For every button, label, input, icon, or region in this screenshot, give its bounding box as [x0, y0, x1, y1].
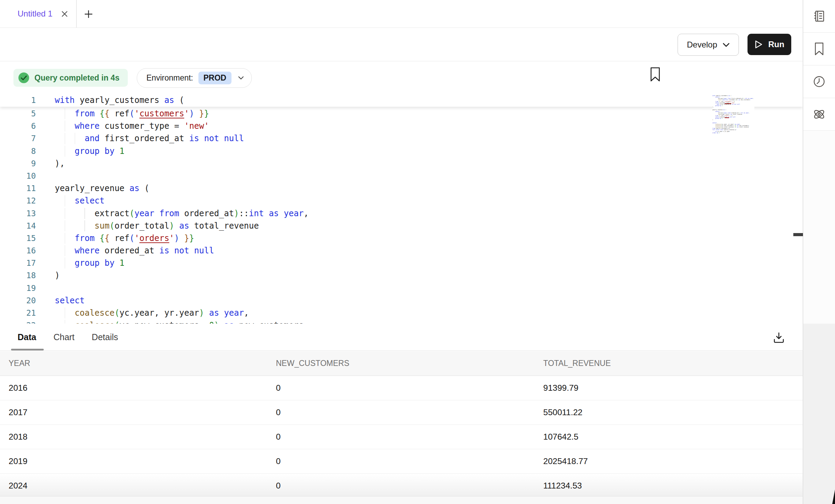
table-cell: 2025418.77: [535, 456, 803, 466]
table-cell: 0: [267, 456, 535, 466]
table-cell: 0: [267, 383, 535, 393]
code-line: 12 select: [0, 195, 803, 207]
table-cell: 2019: [0, 456, 267, 466]
editor-lines: 5 from {{ ref('customers') }}6 where cus…: [0, 107, 803, 324]
environment-selector[interactable]: Environment: PROD: [137, 68, 252, 88]
minimap[interactable]: with yearly_customers as ( select extrac…: [712, 95, 754, 134]
environment-label: Environment:: [146, 73, 193, 83]
file-tab-untitled-1[interactable]: Untitled 1: [0, 0, 76, 28]
column-header: NEW_CUSTOMERS: [267, 359, 535, 368]
check-circle-icon: [18, 72, 30, 84]
minimap-content: with yearly_customers as ( select extrac…: [712, 95, 754, 134]
code-line: 5 from {{ ref('customers') }}: [0, 107, 803, 120]
code-editor[interactable]: 1 with yearly_customers as ( 5 from {{ r…: [0, 94, 803, 324]
results-panel: DataChartDetails YEARNEW_CUSTOMERSTOTAL_…: [0, 324, 803, 504]
column-header: TOTAL_REVENUE: [535, 359, 803, 368]
code-line: 9),: [0, 157, 803, 170]
table-cell: 91399.79: [535, 383, 803, 393]
table-body: 2016091399.7920170550011.2220180107642.5…: [0, 376, 803, 498]
tab-details[interactable]: Details: [92, 332, 118, 342]
play-icon: [754, 40, 763, 49]
tab-data[interactable]: Data: [18, 332, 36, 342]
sidebar-spacer: [803, 131, 835, 324]
tab-divider: [76, 0, 77, 28]
table-cell: 2016: [0, 383, 267, 393]
active-tab-underline: [11, 349, 44, 350]
right-sidebar: [803, 0, 835, 504]
tab-bar: Untitled 1: [0, 0, 803, 28]
code-line: 6 where customer_type = 'new': [0, 120, 803, 132]
file-tab-label: Untitled 1: [18, 9, 52, 19]
table-cell: 0: [267, 481, 535, 491]
plus-icon[interactable]: [83, 8, 94, 20]
code-line: 19: [0, 282, 803, 294]
history-icon[interactable]: [803, 65, 835, 98]
bookmark-icon[interactable]: [649, 66, 663, 83]
code-line: 10: [0, 170, 803, 182]
code-line: 20select: [0, 294, 803, 307]
code-line: 17 group by 1: [0, 257, 803, 269]
panel-tabs: DataChartDetails: [0, 324, 803, 351]
sticky-line-number: 1: [0, 94, 36, 106]
sidebar-lower: [803, 324, 835, 504]
notebook-icon[interactable]: [803, 0, 835, 33]
code-line: 8 group by 1: [0, 145, 803, 157]
close-icon[interactable]: [60, 9, 69, 18]
run-button[interactable]: Run: [748, 34, 791, 55]
table-cell: 2018: [0, 432, 267, 442]
chevron-down-icon: [238, 76, 244, 80]
sql-ide-window: Untitled 1 Develop Run Query completed: [0, 0, 835, 504]
code-line: 16 where ordered_at is not null: [0, 244, 803, 257]
table-cell: 0: [267, 408, 535, 417]
table-cell: 2024: [0, 481, 267, 491]
table-header-row: YEARNEW_CUSTOMERSTOTAL_REVENUE: [0, 351, 803, 376]
toolbar: Develop Run: [0, 28, 803, 61]
table-cell: 0: [267, 432, 535, 442]
sticky-line-code: with yearly_customers as (: [55, 94, 184, 106]
tab-chart[interactable]: Chart: [53, 332, 74, 342]
code-line: 21 coalesce(yc.year, yr.year) as year,: [0, 307, 803, 319]
develop-button-label: Develop: [687, 40, 717, 50]
bookmark-icon[interactable]: [803, 33, 835, 65]
table-cell: 111234.53: [535, 481, 803, 491]
table-cell: 2017: [0, 408, 267, 417]
table-horizontal-scrollbar[interactable]: [0, 496, 803, 504]
sticky-scroll-line[interactable]: 1 with yearly_customers as (: [0, 94, 803, 107]
table-row: 20170550011.22: [0, 400, 803, 425]
code-line: 14 sum(order_total) as total_revenue: [0, 220, 803, 232]
table-cell: 550011.22: [535, 408, 803, 417]
code-line: 11yearly_revenue as (: [0, 182, 803, 195]
table-row: 20240111234.53: [0, 474, 803, 498]
explore-icon[interactable]: [803, 98, 835, 131]
table-row: 20180107642.5: [0, 425, 803, 449]
code-line: 22 coalesce(yc.new_customers, 0) as new_…: [0, 319, 803, 324]
column-header: YEAR: [0, 359, 267, 368]
environment-value-badge: PROD: [198, 72, 231, 84]
chevron-down-icon: [723, 43, 730, 47]
code-line: 13 extract(year from ordered_at)::int as…: [0, 207, 803, 220]
run-button-label: Run: [768, 40, 784, 49]
query-status-badge: Query completed in 4s: [13, 69, 128, 87]
query-status-text: Query completed in 4s: [34, 73, 120, 83]
table-row: 201902025418.77: [0, 449, 803, 474]
editor-scrollbar-thumb[interactable]: [793, 233, 803, 236]
code-line: 7 and first_ordered_at is not null: [0, 132, 803, 145]
code-line: 18): [0, 269, 803, 282]
code-line: 15 from {{ ref('orders') }}: [0, 232, 803, 244]
table-row: 2016091399.79: [0, 376, 803, 401]
download-icon[interactable]: [771, 330, 787, 346]
table-cell: 107642.5: [535, 432, 803, 442]
develop-button[interactable]: Develop: [678, 34, 739, 56]
